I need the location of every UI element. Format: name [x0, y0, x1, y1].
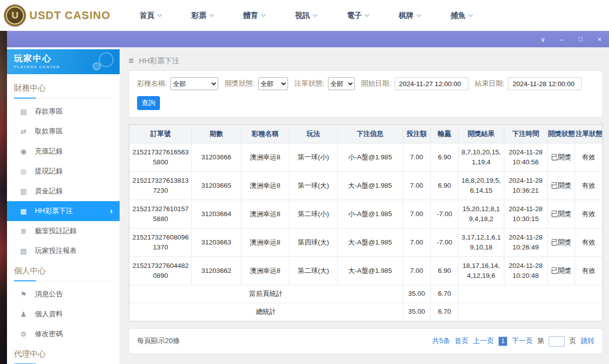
nav-item-cards[interactable]: 棋牌	[384, 0, 436, 31]
coin-logo-icon: U	[4, 4, 26, 26]
sidebar-item-funds-record[interactable]: ▥ 資金記錄	[7, 181, 120, 201]
menu-toggle-icon[interactable]: ≡	[129, 56, 134, 66]
page-title: HH彩票下注	[139, 56, 180, 66]
page-summary-label: 當前頁統計	[130, 285, 403, 303]
cell-period: 31203665	[192, 172, 241, 200]
col-header-draw-status: 開獎狀態	[547, 125, 575, 143]
table-row: 2152173276138137230 31203665 澳洲幸运8 第一球(大…	[130, 172, 603, 200]
cell-bet-info: 大-A盤@1.985	[337, 257, 403, 285]
cell-bet-info: 大-A盤@1.985	[337, 229, 403, 257]
cell-time: 2024-11-28 10:26:49	[504, 229, 547, 257]
nav-item-home[interactable]: 首頁	[125, 0, 176, 31]
sidebar: 玩家中心 PLAYERS CENTER 財務中心 ▤ 存款專區 ⇄ 取款專區	[7, 47, 120, 364]
nav-item-video[interactable]: 視訊	[280, 0, 332, 31]
page-jump-input[interactable]	[549, 336, 565, 347]
sidebar-item-profile[interactable]: ♟ 個人資料	[7, 304, 120, 324]
top-navigation-bar: U USDT CASINO 首頁 彩票 體育 視訊 電子 棋牌 捕魚	[0, 0, 609, 31]
deposit-icon: ▤	[19, 108, 27, 116]
sidebar-item-announcements[interactable]: ⚑ 消息公告	[7, 284, 120, 304]
filter-lottery: 彩種名稱: 全部	[137, 77, 218, 90]
sidebar-item-change-password[interactable]: ⚙ 修改密碼	[7, 324, 120, 344]
sidebar-header: 玩家中心 PLAYERS CENTER	[7, 49, 120, 74]
cell-result: 3,17,12,1,6,19,10,18	[458, 229, 504, 257]
window-titlebar: ∨ – □ ×	[7, 31, 609, 47]
bets-table: 訂單號 期數 彩種名稱 玩法 下注信息 投注額 輸贏 開獎結果 下注時間 開獎狀…	[129, 124, 603, 321]
cell-period: 31203662	[192, 257, 241, 285]
search-button[interactable]: 查詢	[137, 96, 160, 110]
sidebar-item-label: 充值記錄	[35, 147, 63, 156]
filter-start-date: 開始日期:	[361, 77, 468, 90]
main-content: ≡ HH彩票下注 彩種名稱: 全部 開獎狀態:	[120, 47, 609, 364]
sidebar-item-label: 修改密碼	[35, 330, 63, 339]
sidebar-item-recharge-record[interactable]: ◉ 充值記錄	[7, 141, 120, 161]
decor-circles-icon	[88, 51, 116, 73]
first-page-link[interactable]: 首页	[455, 337, 468, 346]
chevron-down-icon	[468, 12, 473, 17]
table-row: 2152173276044820890 31203662 澳洲幸运8 第二球(大…	[130, 257, 603, 285]
sidebar-item-hall-bet-record[interactable]: ≣ 廳室投註記錄	[7, 221, 120, 241]
chevron-right-icon: ›	[110, 206, 113, 216]
sidebar-menu: 財務中心 ▤ 存款專區 ⇄ 取款專區 ◉ 充值記錄 ◎	[7, 74, 120, 364]
cell-play: 第一球(大)	[289, 172, 337, 200]
cell-amount: 7.00	[403, 229, 431, 257]
section-header-agent: 代理中心	[14, 349, 112, 364]
bell-icon: ⚑	[19, 290, 27, 298]
lottery-bet-icon: ▦	[19, 207, 27, 215]
prev-page-link[interactable]: 上一页	[473, 337, 494, 346]
start-date-input[interactable]	[395, 77, 468, 90]
chevron-down-icon	[157, 12, 162, 17]
cell-result: 15,20,12,8,19,4,18,2	[458, 200, 504, 229]
next-page-link[interactable]: 下一页	[512, 337, 533, 346]
sidebar-item-cashout-record[interactable]: ◎ 提現記錄	[7, 161, 120, 181]
table-row: 2152173276101575880 31203664 澳洲幸运8 第二球(小…	[130, 200, 603, 229]
total-summary-label: 總統計	[130, 303, 403, 321]
sidebar-item-hh-lottery-bets[interactable]: ▦ HH彩票下注 ›	[7, 201, 120, 221]
sidebar-item-label: 玩家投注報表	[35, 246, 77, 255]
cell-amount: 7.00	[403, 257, 431, 285]
nav-item-lottery[interactable]: 彩票	[176, 0, 228, 31]
table-header-row: 訂單號 期數 彩種名稱 玩法 下注信息 投注額 輸贏 開獎結果 下注時間 開獎狀…	[130, 125, 603, 143]
window-minimize-icon[interactable]: –	[558, 36, 565, 43]
cell-play: 第四球(大)	[289, 229, 337, 257]
cell-play: 第二球(小)	[289, 200, 337, 229]
lottery-select[interactable]: 全部	[170, 77, 218, 90]
report-icon: ▧	[19, 247, 27, 255]
col-header-order-status: 注單狀態	[575, 125, 602, 143]
window-collapse-icon[interactable]: ∨	[539, 36, 546, 43]
sidebar-item-deposit[interactable]: ▤ 存款專區	[7, 102, 120, 121]
section-header-personal: 個人中心	[14, 266, 112, 281]
end-date-input[interactable]	[508, 77, 582, 90]
total-count-text: 共5条	[432, 337, 450, 346]
filter-row: 彩種名稱: 全部 開獎狀態: 全部 注單狀態:	[137, 77, 595, 90]
page-summary-amount: 35.00	[403, 285, 431, 303]
jump-button[interactable]: 跳转	[581, 337, 595, 346]
cell-period: 31203663	[192, 229, 241, 257]
cell-draw-status: 已開獎	[547, 229, 575, 257]
current-page-button[interactable]: 1	[498, 337, 507, 346]
draw-status-label: 開獎狀態:	[225, 79, 255, 88]
cell-time: 2024-11-28 10:20:48	[504, 257, 547, 285]
background-photo	[0, 31, 7, 364]
col-header-period: 期數	[192, 125, 241, 143]
cell-result: 18,17,16,14,4,12,19,6	[458, 257, 504, 285]
chevron-down-icon	[261, 12, 266, 17]
total-summary-row: 總統計 35.00 6.70	[130, 303, 603, 321]
bet-status-select[interactable]: 全部	[328, 77, 355, 90]
breadcrumb: ≡ HH彩票下注	[129, 51, 603, 70]
sidebar-item-withdraw[interactable]: ⇄ 取款專區	[7, 121, 120, 141]
cell-win: 6.90	[431, 257, 458, 285]
draw-status-select[interactable]: 全部	[258, 77, 288, 90]
nav-item-fishing[interactable]: 捕魚	[436, 0, 487, 31]
window-close-icon[interactable]: ×	[596, 36, 603, 43]
cell-amount: 7.00	[403, 200, 431, 229]
nav-item-sports[interactable]: 體育	[228, 0, 280, 31]
logo-text: USDT CASINO	[29, 9, 111, 22]
cell-amount: 7.00	[403, 172, 431, 200]
cell-period: 31203666	[192, 143, 241, 172]
sidebar-item-player-bet-report[interactable]: ▧ 玩家投注報表	[7, 241, 120, 261]
site-logo: U USDT CASINO	[0, 4, 125, 26]
window-maximize-icon[interactable]: □	[577, 36, 584, 42]
chevron-down-icon	[209, 12, 214, 17]
cell-draw-status: 已開獎	[547, 257, 575, 285]
nav-item-slots[interactable]: 電子	[332, 0, 384, 31]
